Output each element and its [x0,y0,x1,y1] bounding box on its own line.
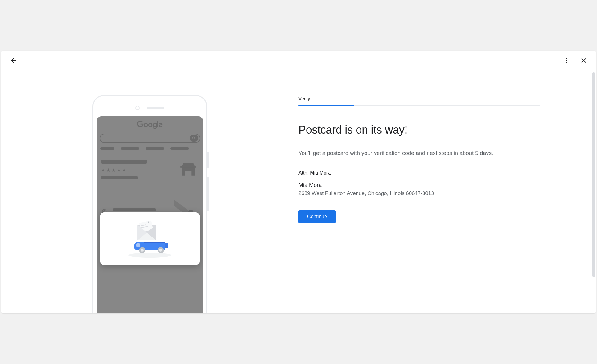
storefront-icon [178,160,199,179]
svg-point-7 [128,253,172,258]
scrollbar-thumb[interactable] [592,72,595,277]
speaker-slit-icon [147,107,164,109]
modal-body: ★ ★ ★ ★ ★ [1,51,596,313]
description-suffix: . [492,150,493,156]
close-button[interactable] [577,54,590,67]
business-name: Mia Mora [298,182,540,189]
svg-point-2 [566,62,567,63]
search-icon [192,136,196,140]
tabs-row-mock [100,147,200,150]
description: You'll get a postcard with your verifica… [298,149,540,158]
tab-mock [170,147,189,150]
back-button[interactable] [7,54,20,67]
google-logo [100,121,200,131]
header-right [560,54,590,67]
svg-point-14 [141,249,144,252]
svg-rect-3 [180,166,196,167]
result-text-mock: ★ ★ ★ ★ ★ [101,160,173,182]
svg-point-16 [159,249,162,252]
tab-mock [146,147,164,150]
star-icon: ★ [117,167,121,173]
illustration-column: ★ ★ ★ ★ ★ [1,70,298,313]
svg-point-4 [103,211,105,212]
phone-speaker-area [97,99,203,116]
phone-mockup: ★ ★ ★ ★ ★ [92,95,207,313]
continue-button[interactable]: Continue [298,210,336,223]
text-line-mock [113,208,156,211]
search-bar-mock [100,134,200,143]
scrollbar[interactable] [592,72,595,310]
content-column: Verify Postcard is on its way! You'll ge… [298,70,596,313]
star-icon: ★ [106,167,110,173]
mail-truck-icon [122,219,178,259]
close-icon [580,57,587,64]
star-icon: ★ [111,167,116,173]
progress-bar [298,105,540,106]
svg-point-1 [566,60,567,61]
text-line-mock [101,176,138,179]
description-prefix: You'll get a postcard with your verifica… [298,150,475,156]
progress-fill [298,105,354,106]
modal-header [1,51,596,70]
phone-side-button [207,177,209,211]
svg-point-0 [566,58,567,59]
more-vert-icon [563,57,570,64]
arrow-back-icon [10,57,17,64]
google-logo-icon [137,121,163,129]
address: 2639 West Fullerton Avenue, Chicago, Ill… [298,190,540,197]
verification-modal: ★ ★ ★ ★ ★ [1,51,596,313]
attn-prefix: Attn: [298,170,310,175]
attn-name: Mia Mora [310,170,331,175]
postcard-illustration-card [100,212,200,265]
phone-side-button [207,152,209,168]
page-title: Postcard is on its way! [298,123,540,136]
tab-mock [121,147,139,150]
step-label: Verify [298,96,540,101]
more-options-button[interactable] [560,54,572,67]
star-icon: ★ [122,167,126,173]
text-line-mock [101,160,147,164]
result-section-mock: ★ ★ ★ ★ ★ [100,155,200,187]
star-icon: ★ [101,167,105,173]
search-icon-box [190,135,198,142]
header-left [7,54,20,67]
camera-dot-icon [135,106,140,110]
description-days: 5 days [475,150,492,156]
attn-line: Attn: Mia Mora [298,170,540,176]
stars-mock: ★ ★ ★ ★ ★ [101,167,173,173]
phone-screen: ★ ★ ★ ★ ★ [97,116,203,313]
svg-rect-12 [136,243,140,247]
tab-mock [100,147,114,150]
